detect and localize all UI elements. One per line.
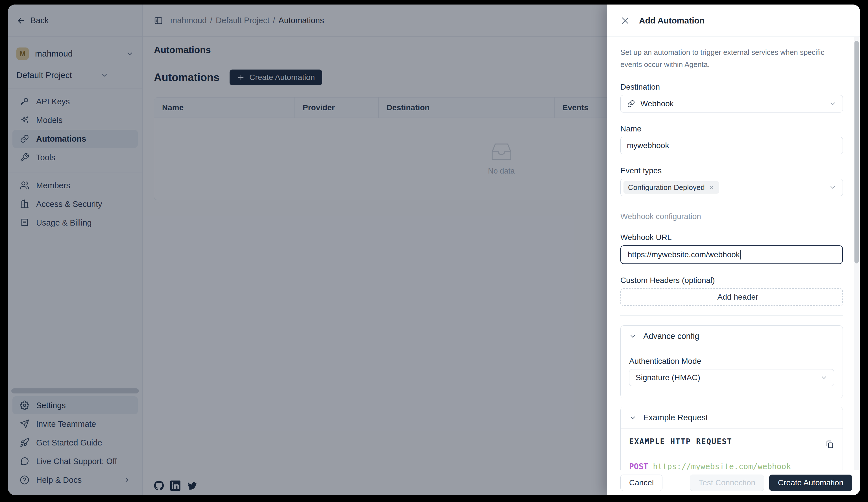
close-icon[interactable] [620,16,630,26]
webhook-config-heading: Webhook configuration [620,212,843,221]
webhook-url-input[interactable]: https://mywebsite.com/webhook [620,245,843,264]
drawer-scrollbar-track[interactable] [854,37,859,470]
event-type-tag: Configuration Deployed [623,181,719,194]
destination-select[interactable]: Webhook [620,95,843,112]
drawer-footer: Cancel Test Connection Create Automation [607,470,860,495]
name-label: Name [620,124,843,133]
add-header-label: Add header [717,293,758,302]
destination-label: Destination [620,82,843,92]
webhook-url-value: https://mywebsite.com/webhook [628,250,740,259]
auth-mode-select[interactable]: Signature (HMAC) [629,369,834,386]
add-header-button[interactable]: Add header [620,288,843,306]
name-input[interactable]: mywebhook [620,137,843,154]
chevron-down-icon [829,184,836,191]
auth-mode-value: Signature (HMAC) [636,373,820,382]
chevron-down-icon [820,374,828,381]
example-request-title: Example Request [643,413,708,422]
event-types-label: Event types [620,166,843,175]
name-value: mywebhook [627,141,836,150]
custom-headers-label: Custom Headers (optional) [620,276,843,285]
event-type-tag-label: Configuration Deployed [628,183,705,192]
advance-config-panel: Advance config Authentication Mode Signa… [620,325,843,398]
example-request-header[interactable]: Example Request [621,407,843,429]
webhook-url-label: Webhook URL [620,233,843,242]
http-method: POST [629,462,648,470]
advance-config-header[interactable]: Advance config [621,325,843,347]
app-window: Back M mahmoud Default Project [8,4,860,495]
create-automation-submit-button[interactable]: Create Automation [769,474,852,491]
request-url: https://mywebsite.com/webhook [653,462,791,470]
drawer-description: Set up an automation to trigger external… [620,46,838,71]
copy-icon[interactable] [825,440,834,449]
code-request-line: POST https://mywebsite.com/webhook [629,462,834,470]
code-block-title: EXAMPLE HTTP REQUEST [629,437,732,446]
link-icon [627,100,636,108]
cancel-button[interactable]: Cancel [620,474,662,491]
drawer-body: Set up an automation to trigger external… [607,37,860,470]
plus-icon [705,293,713,301]
add-automation-drawer: Add Automation Set up an automation to t… [607,4,860,495]
divider [620,315,843,316]
example-request-panel: Example Request EXAMPLE HTTP REQUEST POS… [620,407,843,470]
advance-config-title: Advance config [643,332,699,341]
text-cursor [740,250,741,260]
drawer-title: Add Automation [639,16,704,26]
drawer-header: Add Automation [607,4,860,37]
chevron-down-icon [829,100,836,108]
chevron-down-icon [629,333,637,340]
event-types-select[interactable]: Configuration Deployed [620,179,843,196]
chevron-down-icon [629,414,637,421]
test-connection-button[interactable]: Test Connection [690,474,764,491]
destination-value: Webhook [640,99,829,108]
tag-close-icon[interactable] [709,184,714,190]
drawer-scrollbar-thumb[interactable] [855,41,859,263]
auth-mode-label: Authentication Mode [629,357,834,366]
